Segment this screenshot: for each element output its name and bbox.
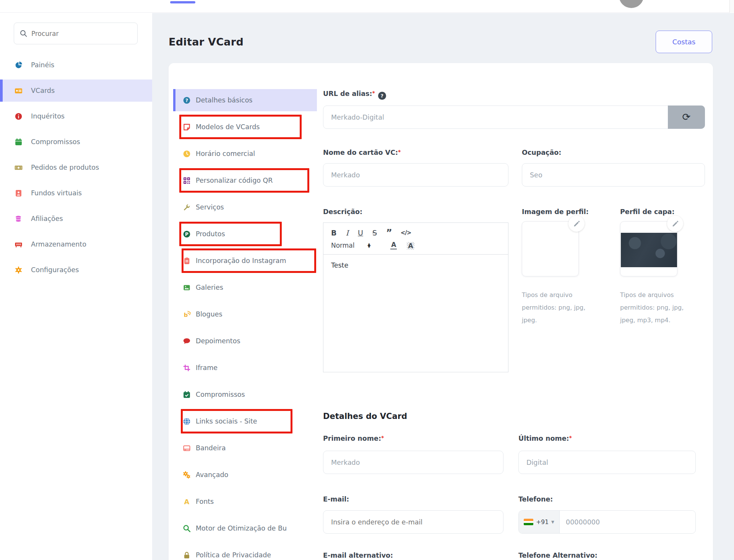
tab-label: Detalhes básicos xyxy=(196,96,253,104)
tab-compromissos[interactable]: Compromissos xyxy=(173,383,317,406)
tab-label: Depoimentos xyxy=(196,337,240,345)
tab-label: Blogues xyxy=(196,310,222,318)
calendar-check-icon xyxy=(183,391,191,399)
occupation-input[interactable] xyxy=(522,163,705,187)
first-name-input[interactable] xyxy=(323,451,503,474)
edit-cover-profile-button[interactable] xyxy=(667,216,683,232)
alt-email-label: E-mail alternativo: xyxy=(323,552,393,559)
url-alias-label: URL de alias:*? xyxy=(323,90,386,100)
refresh-icon: ⟳ xyxy=(682,111,691,123)
blockquote-icon[interactable]: ” xyxy=(386,228,391,237)
sidebar-item-label: Armazenamento xyxy=(31,240,86,248)
coins-icon xyxy=(15,215,23,223)
tab-depoimentos[interactable]: Depoimentos xyxy=(173,330,317,352)
edit-profile-image-button[interactable] xyxy=(568,216,585,232)
calendar-icon xyxy=(15,138,23,146)
background-color-icon[interactable]: A xyxy=(407,242,414,250)
tab-fonts[interactable]: AFonts xyxy=(173,490,317,513)
hamburger-menu-icon[interactable] xyxy=(170,1,195,3)
pie-chart-icon xyxy=(15,61,23,69)
sidebar-item-pain-is[interactable]: Painéis xyxy=(0,56,152,74)
email-input[interactable] xyxy=(323,510,503,534)
strikethrough-icon[interactable]: S xyxy=(372,229,377,237)
vcard-name-input[interactable] xyxy=(323,163,508,187)
format-select[interactable]: Normal ▲▼ xyxy=(331,242,370,249)
text-color-icon[interactable]: A xyxy=(390,241,397,250)
tab-label: Compromissos xyxy=(196,391,245,398)
help-icon[interactable]: ? xyxy=(378,92,386,100)
bold-icon[interactable]: B xyxy=(331,229,336,237)
tab-links-sociais-site[interactable]: Links sociais - Site xyxy=(173,410,317,432)
user-avatar[interactable] xyxy=(619,0,644,8)
italic-icon[interactable]: I xyxy=(346,229,349,237)
last-name-input[interactable] xyxy=(518,451,696,474)
page-title: Editar VCard xyxy=(169,36,244,48)
font-icon: A xyxy=(183,498,191,506)
qr-code-icon xyxy=(183,177,191,185)
tab-avan-ado[interactable]: Avançado xyxy=(173,464,317,486)
tab-produtos[interactable]: PProdutos xyxy=(173,223,317,245)
sidebar-item-label: Compromissos xyxy=(31,138,80,146)
svg-text:P: P xyxy=(185,232,188,237)
sidebar-item-pedidos-de-produtos[interactable]: Pedidos de produtos xyxy=(0,158,152,177)
chat-bubble-icon xyxy=(183,337,191,345)
tab-motor-de-otimiza-o-de-bu[interactable]: Motor de Otimização de Bu xyxy=(173,517,317,539)
seo-search-icon xyxy=(183,524,191,532)
tab-label: Horário comercial xyxy=(196,150,255,157)
tab-label: Galeries xyxy=(196,284,223,291)
tab-label: Modelos de VCards xyxy=(196,123,260,131)
tab-label: Links sociais - Site xyxy=(196,417,257,425)
tab-personalizar-c-digo-qr[interactable]: Personalizar código QR xyxy=(173,169,317,192)
tab-pol-tica-de-privacidade[interactable]: Política de Privacidade xyxy=(173,544,317,560)
scrollbar-track[interactable] xyxy=(729,0,734,13)
money-icon xyxy=(15,164,23,172)
sidebar-item-vcards[interactable]: VCards xyxy=(0,80,152,102)
highlight-box xyxy=(179,222,282,246)
phone-input[interactable] xyxy=(560,511,695,533)
globe-icon xyxy=(183,417,191,425)
url-alias-input[interactable] xyxy=(323,106,705,129)
pencil-icon xyxy=(573,220,581,228)
sidebar-search[interactable] xyxy=(14,23,138,44)
sidebar-item-label: Afiliações xyxy=(31,215,63,222)
description-content[interactable]: Teste xyxy=(323,255,508,276)
tab-incorpora-o-do-instagram[interactable]: Incorporação do Instagram xyxy=(173,250,317,272)
tab-label: Motor de Otimização de Bu xyxy=(196,524,287,532)
caret-down-icon: ▼ xyxy=(551,520,554,524)
underline-icon[interactable]: U xyxy=(358,229,363,237)
sidebar-item-configura-es[interactable]: Configurações xyxy=(0,261,152,279)
cover-profile-box[interactable] xyxy=(620,221,677,276)
profile-image-box[interactable] xyxy=(522,221,579,276)
back-button[interactable]: Costas xyxy=(656,31,712,53)
clipboard-icon xyxy=(183,257,191,265)
profile-image-help: Tipos de arquivo permitidos: png, jpg, j… xyxy=(522,289,594,326)
sidebar-item-afilia-es[interactable]: Afiliações xyxy=(0,209,152,228)
tab-label: Serviços xyxy=(196,203,224,211)
profile-image-label: Imagem de perfil: xyxy=(522,208,589,216)
tab-detalhes-b-sicos[interactable]: ?Detalhes básicos xyxy=(173,89,317,111)
vcard-details-heading: Detalhes do VCard xyxy=(323,412,407,421)
tab-blogues[interactable]: bBlogues xyxy=(173,303,317,325)
sidebar-item-inqu-ritos[interactable]: Inquéritos xyxy=(0,107,152,125)
tab-bandeira[interactable]: Bandeira xyxy=(173,437,317,459)
search-input[interactable] xyxy=(31,30,132,37)
tab-hor-rio-comercial[interactable]: Horário comercial xyxy=(173,143,317,165)
sidebar-item-armazenamento[interactable]: Armazenamento xyxy=(0,235,152,253)
sidebar-menu: PainéisVCardsInquéritosCompromissosPedid… xyxy=(0,56,152,286)
refresh-alias-button[interactable]: ⟳ xyxy=(668,106,705,129)
code-icon[interactable]: </> xyxy=(401,230,411,236)
email-label: E-mail: xyxy=(323,495,349,503)
india-flag-icon xyxy=(524,519,533,525)
vcard-tab-list: ?Detalhes básicosModelos de VCardsHorári… xyxy=(173,89,317,560)
tab-iframe[interactable]: Iframe xyxy=(173,357,317,379)
tab-modelos-de-vcards[interactable]: Modelos de VCards xyxy=(173,116,317,138)
dial-code: +91 xyxy=(536,519,549,526)
cover-image-preview xyxy=(621,233,677,267)
sidebar-item-fundos-virtuais[interactable]: Fundos virtuais xyxy=(0,184,152,202)
tab-galeries[interactable]: Galeries xyxy=(173,276,317,299)
crop-icon xyxy=(183,364,191,372)
country-code-select[interactable]: +91 ▼ xyxy=(519,511,560,533)
tab-servi-os[interactable]: Serviços xyxy=(173,196,317,218)
cover-profile-help: Tipos de arquivos permitidos: png, jpg, … xyxy=(620,289,693,326)
sidebar-item-compromissos[interactable]: Compromissos xyxy=(0,133,152,151)
